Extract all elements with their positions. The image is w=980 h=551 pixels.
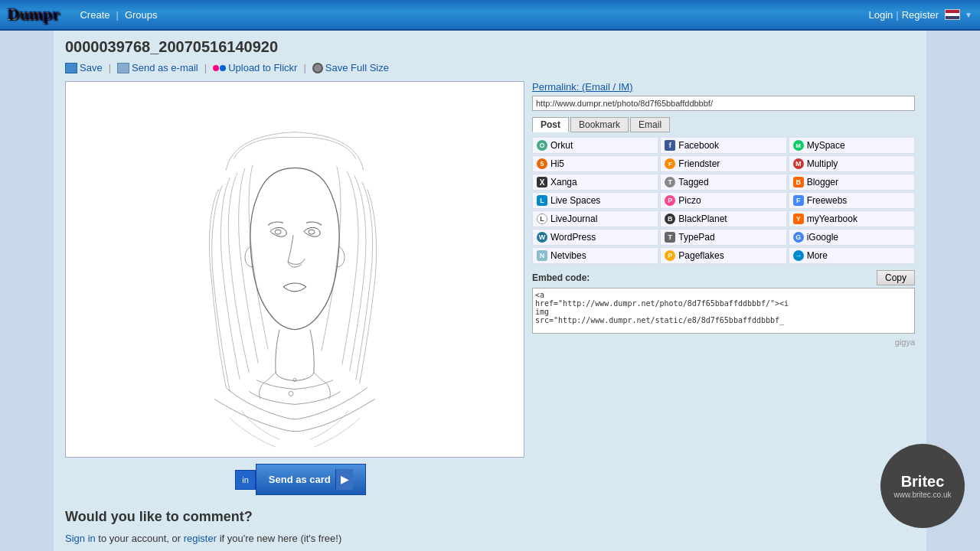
- main-area: Permalink: (Email / IM) Post Bookmark Em…: [65, 81, 915, 458]
- save-full-label: Save Full Size: [325, 62, 389, 73]
- embed-label-text: Embed code:: [532, 272, 590, 283]
- send-card-tab: in: [235, 470, 256, 490]
- pageflakes-icon: P: [665, 250, 675, 261]
- multiply-label: Multiply: [807, 158, 838, 169]
- share-wordpress[interactable]: W WordPress: [532, 229, 658, 246]
- multiply-icon: M: [793, 158, 804, 169]
- share-tagged[interactable]: T Tagged: [660, 174, 786, 191]
- friendster-icon: F: [665, 158, 675, 169]
- wordpress-label: WordPress: [550, 232, 596, 243]
- gigya-label: gigya: [532, 337, 915, 347]
- send-email-label: Send as e-mail: [132, 62, 198, 73]
- register-link-comment[interactable]: register: [184, 533, 217, 544]
- lang-dropdown-arrow[interactable]: ▼: [965, 11, 972, 19]
- share-blackplanet[interactable]: B BlackPlanet: [660, 210, 786, 227]
- blogger-label: Blogger: [807, 177, 838, 187]
- share-piczo[interactable]: P Piczo: [660, 192, 786, 209]
- permalink-label[interactable]: Permalink: (Email / IM): [532, 81, 915, 93]
- britec-name: Britec: [901, 473, 945, 491]
- save-link[interactable]: Save: [65, 62, 103, 73]
- friendster-label: Friendster: [678, 158, 720, 169]
- sign-in-link[interactable]: Sign in: [65, 533, 96, 544]
- share-myyearbook[interactable]: Y myYearbook: [789, 210, 915, 227]
- livespaces-label: Live Spaces: [550, 195, 600, 206]
- pageflakes-label: Pageflakes: [678, 250, 724, 261]
- hi5-icon: 5: [537, 158, 547, 169]
- blogger-icon: B: [793, 177, 804, 187]
- send-card-arrow: ▶: [335, 469, 353, 490]
- save-label: Save: [80, 62, 103, 73]
- share-tabs: Post Bookmark Email: [532, 117, 915, 132]
- embed-section: Embed code: Copy <a href="http://www.dum…: [532, 270, 915, 347]
- share-blogger[interactable]: B Blogger: [789, 174, 915, 191]
- page-content: 0000039768_20070516140920 Save | Send as…: [54, 31, 926, 551]
- share-pageflakes[interactable]: P Pageflakes: [660, 247, 786, 264]
- nav-left: Create | Groups: [80, 9, 157, 21]
- myspace-icon: M: [793, 140, 804, 151]
- embed-label-row: Embed code: Copy: [532, 270, 915, 285]
- share-freewebs[interactable]: F Freewebs: [789, 192, 915, 209]
- xanga-icon: X: [537, 177, 547, 187]
- permalink-input[interactable]: [532, 96, 915, 111]
- send-card-button[interactable]: Send as card ▶: [256, 464, 366, 495]
- piczo-icon: P: [665, 195, 675, 206]
- more-icon: →: [793, 250, 804, 261]
- tab-post[interactable]: Post: [532, 117, 569, 132]
- comment-title: Would you like to comment?: [65, 509, 536, 525]
- share-facebook[interactable]: f Facebook: [660, 137, 786, 154]
- tagged-label: Tagged: [678, 177, 708, 187]
- send-card-area: in Send as card ▶: [65, 464, 536, 495]
- groups-link[interactable]: Groups: [125, 9, 158, 21]
- send-email-link[interactable]: Send as e-mail: [117, 62, 198, 73]
- blackplanet-icon: B: [665, 214, 675, 224]
- nav-sep1: |: [116, 9, 118, 21]
- photo-sketch: [66, 82, 524, 457]
- facebook-label: Facebook: [678, 140, 719, 151]
- login-link[interactable]: Login: [868, 9, 893, 21]
- share-myspace[interactable]: M MySpace: [789, 137, 915, 154]
- tab-bookmark[interactable]: Bookmark: [570, 117, 629, 132]
- livejournal-icon: L: [537, 214, 547, 224]
- more-label: More: [807, 250, 828, 261]
- myyearbook-icon: Y: [793, 214, 804, 224]
- facebook-icon: f: [665, 140, 675, 151]
- myyearbook-label: myYearbook: [807, 214, 858, 224]
- permalink-section: Permalink: (Email / IM): [532, 81, 915, 111]
- share-hi5[interactable]: 5 Hi5: [532, 155, 658, 172]
- share-friendster[interactable]: F Friendster: [660, 155, 786, 172]
- flag-icon: [945, 9, 960, 20]
- freewebs-label: Freewebs: [807, 195, 848, 206]
- freewebs-icon: F: [793, 195, 804, 206]
- share-livejournal[interactable]: L LiveJournal: [532, 210, 658, 227]
- piczo-label: Piczo: [678, 195, 701, 206]
- britec-badge: Britec www.britec.co.uk: [880, 444, 965, 528]
- share-netvibes[interactable]: N Netvibes: [532, 247, 658, 264]
- myspace-label: MySpace: [807, 140, 845, 151]
- share-igoogle[interactable]: G iGoogle: [789, 229, 915, 246]
- create-link[interactable]: Create: [80, 9, 109, 21]
- share-xanga[interactable]: X Xanga: [532, 174, 658, 191]
- embed-code-textarea[interactable]: <a href="http://www.dumpr.net/photo/8d7f…: [532, 288, 915, 334]
- upload-flickr-link[interactable]: Upload to Flickr: [213, 62, 297, 73]
- share-orkut[interactable]: O Orkut: [532, 137, 658, 154]
- tab-email[interactable]: Email: [630, 117, 670, 132]
- svg-rect-0: [66, 83, 524, 456]
- typepad-icon: T: [665, 232, 675, 243]
- toolbar: Save | Send as e-mail | Upload to Flickr…: [65, 62, 915, 73]
- save-full-link[interactable]: Save Full Size: [312, 62, 389, 73]
- sidebar: Permalink: (Email / IM) Post Bookmark Em…: [532, 81, 915, 351]
- comment-text: Sign in to your account, or register if …: [65, 531, 536, 546]
- britec-url: www.britec.co.uk: [893, 491, 951, 499]
- register-link[interactable]: Register: [902, 9, 939, 21]
- share-typepad[interactable]: T TypePad: [660, 229, 786, 246]
- share-more[interactable]: → More: [789, 247, 915, 264]
- livejournal-label: LiveJournal: [550, 214, 597, 224]
- copy-button[interactable]: Copy: [877, 270, 915, 285]
- share-livespaces[interactable]: L Live Spaces: [532, 192, 658, 209]
- netvibes-label: Netvibes: [550, 250, 586, 261]
- share-multiply[interactable]: M Multiply: [789, 155, 915, 172]
- fullsize-icon: [312, 63, 323, 73]
- comment-section: Would you like to comment? Sign in to yo…: [65, 504, 536, 546]
- nav-sep2: |: [896, 9, 898, 21]
- site-logo[interactable]: Dumpr: [8, 5, 60, 24]
